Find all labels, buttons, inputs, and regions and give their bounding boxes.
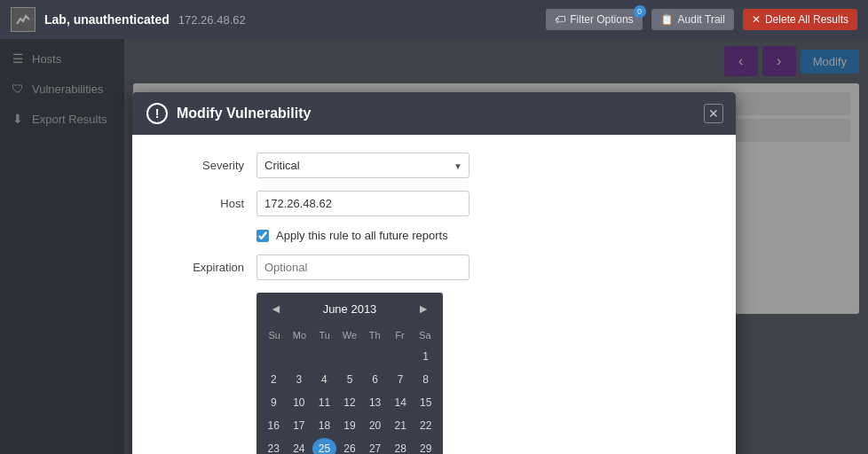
calendar-day[interactable]: 12 bbox=[338, 392, 362, 413]
app-ip: 172.26.48.62 bbox=[178, 13, 246, 27]
calendar-prev-button[interactable]: ◄ bbox=[265, 300, 287, 317]
calendar-month-label: June 2013 bbox=[323, 302, 377, 316]
calendar-day-headers: Su Mo Tu We Th Fr Sa bbox=[262, 325, 438, 346]
day-header-th: Th bbox=[362, 328, 387, 342]
calendar-day[interactable]: 18 bbox=[312, 415, 336, 436]
calendar-day bbox=[363, 346, 387, 367]
calendar-day[interactable]: 19 bbox=[338, 415, 362, 436]
dialog-title: Modify Vulnerability bbox=[177, 106, 311, 121]
expiration-row: Expiration bbox=[159, 254, 709, 280]
calendar-day[interactable]: 9 bbox=[262, 392, 286, 413]
calendar-day bbox=[389, 346, 413, 367]
calendar-day[interactable]: 21 bbox=[389, 415, 413, 436]
checkbox-row: Apply this rule to all future reports bbox=[159, 229, 709, 242]
top-bar: Lab, unauthenticated 172.26.48.62 🏷 Filt… bbox=[0, 0, 868, 39]
delete-icon: ✕ bbox=[752, 13, 761, 26]
dialog-body: Severity Critical High Medium Low Info ▼ bbox=[132, 135, 736, 454]
expiration-input[interactable] bbox=[256, 254, 470, 280]
dialog-header: ! Modify Vulnerability ✕ bbox=[132, 92, 736, 135]
close-icon: ✕ bbox=[708, 106, 719, 121]
calendar-day[interactable]: 20 bbox=[363, 415, 387, 436]
calendar-day[interactable]: 28 bbox=[389, 438, 413, 454]
calendar-day[interactable]: 23 bbox=[262, 438, 286, 454]
dialog-close-button[interactable]: ✕ bbox=[704, 104, 723, 123]
audit-icon: 📋 bbox=[660, 13, 674, 26]
host-input[interactable] bbox=[256, 191, 470, 216]
calendar-day[interactable]: 17 bbox=[288, 415, 312, 436]
calendar-day[interactable]: 11 bbox=[312, 392, 336, 413]
host-label: Host bbox=[159, 197, 256, 210]
expiration-label: Expiration bbox=[159, 261, 256, 274]
calendar-day[interactable]: 22 bbox=[414, 415, 438, 436]
severity-select[interactable]: Critical High Medium Low Info bbox=[256, 153, 470, 178]
delete-all-button[interactable]: ✕ Delete All Results bbox=[743, 9, 857, 30]
day-header-mo: Mo bbox=[287, 328, 312, 342]
calendar-day[interactable]: 6 bbox=[363, 369, 387, 390]
calendar-day[interactable]: 14 bbox=[389, 392, 413, 413]
calendar-day[interactable]: 1 bbox=[414, 346, 438, 367]
modify-vulnerability-dialog: ! Modify Vulnerability ✕ Severity Criti bbox=[132, 92, 736, 454]
date-picker-calendar: ◄ June 2013 ► Su Mo Tu We Th Fr bbox=[256, 293, 443, 454]
day-header-su: Su bbox=[262, 328, 287, 342]
calendar-grid: Su Mo Tu We Th Fr Sa 1234567891011121314… bbox=[256, 325, 443, 454]
calendar-day[interactable]: 25 bbox=[312, 438, 336, 454]
calendar-day[interactable]: 16 bbox=[262, 415, 286, 436]
calendar-next-button[interactable]: ► bbox=[413, 300, 434, 317]
filter-icon: 🏷 bbox=[555, 13, 565, 26]
calendar-day bbox=[288, 346, 312, 367]
calendar-day bbox=[262, 346, 286, 367]
day-header-fr: Fr bbox=[387, 328, 412, 342]
calendar-day[interactable]: 27 bbox=[363, 438, 387, 454]
calendar-day[interactable]: 15 bbox=[414, 392, 438, 413]
audit-trail-button[interactable]: 📋 Audit Trail bbox=[651, 9, 734, 30]
calendar-day[interactable]: 10 bbox=[288, 392, 312, 413]
calendar-day[interactable]: 2 bbox=[262, 369, 286, 390]
day-header-we: We bbox=[337, 328, 362, 342]
severity-row: Severity Critical High Medium Low Info ▼ bbox=[159, 153, 709, 178]
filter-options-button[interactable]: 🏷 Filter Options 0 bbox=[546, 9, 642, 30]
day-header-sa: Sa bbox=[413, 328, 438, 342]
main-layout: ☰ Hosts 🛡 Vulnerabilities ⬇ Export Resul… bbox=[0, 39, 868, 454]
calendar-day[interactable]: 26 bbox=[338, 438, 362, 454]
day-header-tu: Tu bbox=[312, 328, 337, 342]
calendar-day bbox=[312, 346, 336, 367]
checkbox-label: Apply this rule to all future reports bbox=[276, 229, 448, 242]
warning-icon: ! bbox=[146, 103, 168, 124]
calendar-day[interactable]: 29 bbox=[414, 438, 438, 454]
app-logo bbox=[11, 7, 36, 32]
calendar-day[interactable]: 3 bbox=[288, 369, 312, 390]
calendar-day[interactable]: 8 bbox=[414, 369, 438, 390]
main-content: ‹ › Modify table 27, MS05-043 Solution U… bbox=[124, 39, 868, 454]
calendar-day[interactable]: 4 bbox=[312, 369, 336, 390]
severity-label: Severity bbox=[159, 159, 256, 172]
calendar-day[interactable]: 5 bbox=[338, 369, 362, 390]
future-reports-checkbox[interactable] bbox=[256, 230, 269, 242]
app-title: Lab, unauthenticated bbox=[44, 12, 170, 27]
calendar-day[interactable]: 24 bbox=[288, 438, 312, 454]
dialog-overlay: ! Modify Vulnerability ✕ Severity Criti bbox=[0, 39, 868, 454]
calendar-header: ◄ June 2013 ► bbox=[256, 293, 443, 325]
calendar-day bbox=[338, 346, 362, 367]
severity-select-wrap: Critical High Medium Low Info ▼ bbox=[256, 153, 470, 178]
host-row: Host bbox=[159, 191, 709, 216]
calendar-days: 1234567891011121314151617181920212223242… bbox=[262, 346, 438, 454]
calendar-day[interactable]: 7 bbox=[389, 369, 413, 390]
filter-badge: 0 bbox=[634, 5, 646, 18]
calendar-day[interactable]: 13 bbox=[363, 392, 387, 413]
